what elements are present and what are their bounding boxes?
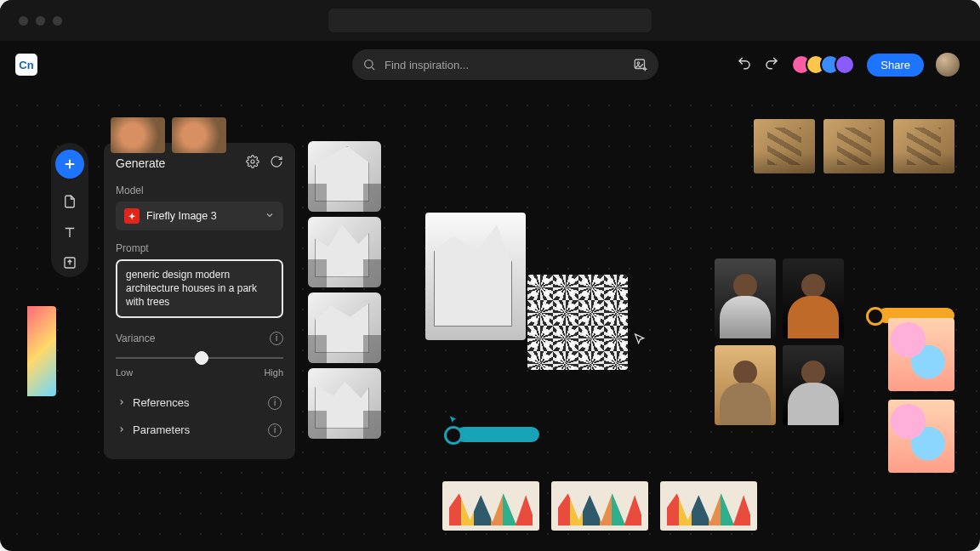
traffic-max-icon[interactable] — [53, 16, 62, 26]
parameters-info-icon[interactable]: i — [268, 423, 282, 437]
refresh-icon — [270, 155, 283, 168]
plus-icon — [62, 156, 77, 172]
prompt-textarea[interactable]: generic design modern architecture house… — [116, 259, 283, 318]
variance-low-label: Low — [116, 367, 133, 378]
undo-icon — [737, 55, 752, 71]
traffic-lights — [19, 16, 62, 26]
text-tool-button[interactable] — [62, 224, 77, 240]
canvas-image-thumb[interactable] — [715, 345, 776, 425]
cursor-icon — [633, 332, 647, 347]
remote-cursor — [447, 413, 459, 427]
chevron-right-icon — [117, 396, 126, 409]
traffic-min-icon[interactable] — [36, 16, 45, 26]
remote-cursor — [633, 332, 647, 347]
canvas-item-group[interactable] — [111, 117, 226, 153]
parameters-label: Parameters — [133, 423, 190, 436]
canvas-image-thumb[interactable] — [783, 258, 844, 338]
variance-label: Variance — [116, 332, 155, 344]
canvas-item-group[interactable] — [754, 119, 954, 173]
parameters-accordion[interactable]: Parameters i — [116, 417, 283, 444]
left-toolbar — [51, 143, 88, 277]
variant-thumb[interactable] — [308, 141, 381, 212]
canvas-item-group[interactable] — [442, 481, 757, 531]
undo-button[interactable] — [737, 55, 752, 74]
canvas-image-thumb[interactable] — [783, 345, 844, 425]
collaborator-label-pill[interactable] — [456, 427, 539, 442]
variant-thumb-strip — [308, 141, 381, 439]
canvas-image-thumb[interactable] — [754, 119, 815, 173]
canvas-image-thumb[interactable] — [888, 318, 954, 391]
canvas-image-thumb[interactable] — [172, 117, 226, 153]
model-name: Firefly Image 3 — [146, 210, 258, 222]
app-logo[interactable]: Cn — [15, 54, 37, 76]
page-icon — [62, 194, 77, 209]
search-placeholder-text: Find inspiration... — [385, 59, 624, 71]
panel-title: Generate — [116, 156, 165, 170]
svg-point-4 — [251, 160, 254, 163]
browser-address-bar[interactable] — [328, 9, 652, 32]
collaborator-dot-icon — [866, 307, 885, 326]
cursor-icon — [447, 413, 459, 427]
collaborator-dot-icon — [444, 426, 463, 445]
canvas-image-thumb[interactable] — [111, 117, 165, 153]
variant-thumb[interactable] — [308, 217, 381, 287]
model-select[interactable]: ✦ Firefly Image 3 — [116, 202, 283, 230]
app-body: Cn Find inspiration... — [0, 41, 980, 551]
variant-thumb[interactable] — [308, 293, 381, 363]
variance-slider[interactable] — [116, 350, 283, 366]
search-icon — [362, 58, 376, 71]
chevron-down-icon — [265, 210, 275, 223]
traffic-close-icon[interactable] — [19, 16, 28, 26]
canvas-image[interactable] — [527, 275, 628, 370]
redo-button[interactable] — [764, 55, 779, 74]
svg-point-2 — [637, 62, 639, 64]
canvas-image-thumb[interactable] — [888, 400, 954, 473]
prompt-label: Prompt — [116, 242, 283, 254]
gear-icon — [246, 155, 259, 168]
variance-high-label: High — [264, 367, 283, 378]
references-accordion[interactable]: References i — [116, 389, 283, 417]
canvas-image-thumb[interactable] — [442, 481, 539, 531]
panel-refresh-button[interactable] — [270, 155, 283, 171]
image-add-icon[interactable] — [633, 57, 648, 72]
firefly-icon: ✦ — [124, 208, 140, 224]
slider-thumb[interactable] — [195, 351, 208, 365]
chevron-right-icon — [117, 423, 126, 436]
user-avatar[interactable] — [936, 53, 960, 77]
share-button[interactable]: Share — [867, 54, 924, 77]
panel-settings-button[interactable] — [246, 155, 259, 171]
collaborator-avatar[interactable] — [835, 54, 855, 75]
canvas-image-thumb[interactable] — [823, 119, 885, 173]
window-titlebar — [0, 0, 980, 41]
export-icon — [62, 255, 77, 270]
references-info-icon[interactable]: i — [268, 396, 282, 410]
new-page-button[interactable] — [62, 194, 77, 209]
model-label: Model — [116, 185, 283, 196]
search-input[interactable]: Find inspiration... — [352, 49, 658, 80]
canvas-image-thumb[interactable] — [715, 258, 776, 338]
variance-info-icon[interactable]: i — [270, 332, 283, 345]
text-icon — [62, 224, 77, 240]
app-window: Cn Find inspiration... — [0, 0, 980, 551]
references-label: References — [133, 396, 189, 409]
canvas-item-group[interactable] — [715, 258, 844, 425]
generate-panel: Generate Model ✦ Firefly Image 3 — [104, 143, 295, 459]
canvas-image[interactable] — [425, 213, 526, 340]
svg-point-0 — [365, 60, 373, 68]
canvas-item-group[interactable] — [888, 318, 954, 473]
canvas-image-thumb[interactable] — [893, 119, 954, 173]
canvas-image-thumb[interactable] — [551, 481, 648, 531]
canvas-image-thumb[interactable] — [660, 481, 757, 531]
app-topbar: Cn Find inspiration... — [0, 41, 980, 88]
canvas-image-thumb[interactable] — [27, 306, 56, 396]
collaborator-avatars[interactable] — [791, 54, 855, 75]
export-button[interactable] — [62, 255, 77, 270]
redo-icon — [764, 55, 779, 71]
add-button[interactable] — [55, 150, 84, 179]
variant-thumb[interactable] — [308, 368, 381, 439]
topbar-right: Share — [737, 53, 960, 77]
